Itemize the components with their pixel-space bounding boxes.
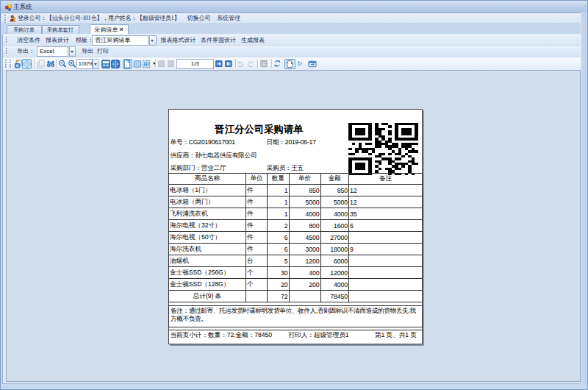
fit-page-button[interactable] [111,59,121,69]
fit-width-button[interactable] [101,59,111,69]
table-cell: 台 [246,255,268,267]
export-button[interactable]: 导出 [82,46,93,57]
table-cell: 2 [268,220,290,232]
refresh-button[interactable] [273,60,282,68]
redo-button[interactable] [247,60,254,68]
table-cell: 30 [268,267,290,279]
template-select-arrow-icon[interactable] [149,35,157,46]
zoom-combo-arrow-button[interactable] [93,59,99,69]
table-cell: 件 [246,220,268,232]
table-cell: 4500 [289,232,320,244]
prev-page-button[interactable] [158,60,165,67]
menubar: 登录公司：【汕头分公司-101仓】，用户姓名：【超级管理员1】 切换公司 系统管… [1,13,581,23]
zoom-out-button[interactable] [58,59,68,69]
zoom-in-button[interactable] [67,59,76,69]
zoom-combo-arrow-icon [94,63,97,67]
table-cell: 海尔洗衣机 [169,244,246,255]
toolbar-separator [155,59,156,68]
generate-report-button[interactable]: 生成报表 [241,35,265,46]
qr-code [348,123,418,175]
find-button[interactable] [46,59,56,69]
table-cell: 4000 [320,279,349,291]
copy-button[interactable] [36,59,46,69]
clear-conditions-button[interactable]: 清空条件 [17,35,40,46]
print-design-button[interactable] [22,59,32,69]
undo-button[interactable] [237,60,244,68]
tab-close-icon[interactable]: × [120,26,123,33]
window-titlebar[interactable]: 主系统 [0,0,588,13]
condition-ui-design-button[interactable]: 条件界面设计 [201,35,236,46]
prev-page-icon [158,60,165,68]
zoom-out-icon [58,60,67,68]
login-info: 登录公司：【汕头分公司-101仓】，用户姓名：【超级管理员1】 [18,13,179,23]
table-cell: 78450 [320,291,349,302]
dept-field: 采购部门：营业二厅 [171,163,226,172]
page-setup-button[interactable] [260,60,268,68]
toolbar3-grip[interactable] [10,60,12,68]
table-row: 金士顿SSD（256G）个3040012000 [169,267,423,279]
report-title: 晋江分公司采购请单 [169,123,349,136]
table-cell: 总计(9) 条 [169,291,246,302]
window-frame-right [581,13,588,390]
print-button[interactable]: 打印 [97,46,109,57]
table-cell: 5 [268,255,290,267]
continue-button[interactable] [297,60,304,67]
table-cell: 800 [289,220,320,232]
two-pages-icon [133,60,142,68]
column-header: 单价 [289,174,320,185]
table-cell: 12 [349,185,423,196]
table-cell: 850 [289,185,320,196]
hand-tool-button[interactable] [284,59,296,69]
table-cell: 飞利浦洗衣机 [169,208,246,220]
table-cell: 35 [349,208,423,220]
page-subtotal: 当前页小计：数量：72,金额：78450 [171,331,273,339]
menubar-grip[interactable] [4,15,7,23]
report-design-button[interactable]: 报表设计 [46,35,69,46]
multi-page-grid-button[interactable] [141,59,151,69]
table-cell: 电冰箱（1门） [169,185,246,196]
zoom-level-combo[interactable]: 100% [76,59,99,69]
last-view-icon [225,60,232,68]
table-total-row: 总计(9) 条7278450 [169,291,423,302]
export-window-button[interactable] [307,59,318,69]
export-format-arrow-icon[interactable] [69,46,76,57]
zoom-in-icon [68,60,76,68]
toolbar3-grip[interactable] [5,60,7,68]
table-cell: 6 [268,232,290,244]
first-view-button[interactable] [215,60,223,67]
page-number: 第1 页、共1 页 [375,331,417,339]
multi-page-grid-icon [142,60,151,68]
table-cell: 18000 [320,244,349,255]
last-view-button[interactable] [225,60,232,67]
toolbar1-grip[interactable] [6,37,8,43]
column-header: 单位 [246,174,268,185]
page-indicator-box[interactable]: 1/3 [176,59,214,69]
table-cell [246,291,268,302]
table-cell: 6000 [320,255,349,267]
table-row: 电冰箱（1门）件185085012 [169,185,423,196]
table-cell: 件 [246,208,268,220]
find-icon [46,60,55,68]
zoom-level-field[interactable]: 100% [76,59,93,69]
template-select[interactable]: 晋江采购请单 [92,35,149,46]
undo-icon [237,60,244,68]
tab-purchase-request[interactable]: 采购请单 × [90,24,129,35]
table-cell: 油烟机 [169,255,246,267]
menu-item-system-admin[interactable]: 系统管理 [217,13,240,23]
export-format-select[interactable]: Excel [37,46,68,57]
table-cell: 1 [268,208,290,220]
single-page-button[interactable] [123,59,132,69]
table-cell: 27000 [320,232,349,244]
menu-item-switch-company[interactable]: 切换公司 [187,13,211,23]
report-format-design-button[interactable]: 报表格式设计 [161,35,196,46]
table-cell: 个 [246,267,268,279]
first-view-icon [215,60,223,68]
table-cell: 4000 [320,208,349,220]
next-page-button[interactable] [168,60,175,67]
table-cell: 12 [349,196,423,208]
page-setup-icon [260,60,268,68]
toolbar2-grip[interactable] [6,48,8,54]
app-icon [5,4,12,11]
table-cell [349,279,423,291]
copy-pages-icon [14,60,23,68]
